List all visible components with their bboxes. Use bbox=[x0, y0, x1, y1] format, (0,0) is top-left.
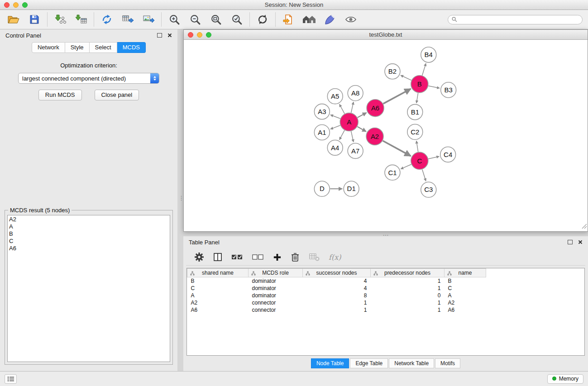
network-node[interactable]: B3 bbox=[441, 82, 456, 98]
close-panel-button[interactable]: Close panel bbox=[95, 90, 139, 100]
import-file-button[interactable] bbox=[281, 12, 296, 27]
network-node[interactable]: C2 bbox=[407, 124, 423, 140]
table-row[interactable]: Cdominator41C bbox=[187, 285, 486, 292]
table-cell[interactable]: 8 bbox=[303, 292, 371, 299]
tab-network[interactable]: Network bbox=[32, 42, 65, 53]
table-cell[interactable]: 1 bbox=[371, 285, 445, 292]
import-network-button[interactable] bbox=[53, 12, 67, 27]
network-node[interactable]: C3 bbox=[421, 182, 436, 197]
export-image-button[interactable] bbox=[141, 12, 156, 27]
network-node[interactable]: B1 bbox=[407, 105, 423, 120]
refresh-layout-button[interactable] bbox=[255, 12, 270, 27]
table-cell[interactable]: 4 bbox=[303, 277, 371, 285]
tab-motifs[interactable]: Motifs bbox=[435, 358, 460, 368]
criterion-dropdown[interactable]: largest connected component (directed) bbox=[18, 73, 159, 84]
table-row[interactable]: Bdominator41B bbox=[187, 277, 486, 285]
column-header[interactable]: successor nodes bbox=[303, 269, 371, 277]
close-table-panel-icon[interactable] bbox=[578, 240, 583, 244]
table-cell[interactable]: 1 bbox=[371, 299, 445, 306]
network-edge[interactable] bbox=[383, 141, 411, 156]
table-cell[interactable]: A bbox=[445, 292, 486, 299]
result-item[interactable]: A2 bbox=[9, 216, 168, 223]
mcds-result-list[interactable]: A2ABCA6 bbox=[7, 215, 170, 362]
table-cell[interactable]: C bbox=[445, 285, 486, 292]
network-node[interactable]: A7 bbox=[348, 143, 363, 158]
table-cell[interactable]: A6 bbox=[187, 306, 249, 314]
delete-table-button[interactable] bbox=[309, 253, 320, 262]
network-edge[interactable] bbox=[428, 86, 440, 88]
column-header[interactable]: predecessor nodes bbox=[371, 269, 445, 277]
network-node[interactable]: B4 bbox=[421, 47, 436, 62]
close-network-window-button[interactable] bbox=[188, 32, 193, 38]
tab-edge-table[interactable]: Edge Table bbox=[350, 358, 388, 368]
network-edge[interactable] bbox=[401, 75, 411, 80]
zoom-network-window-button[interactable] bbox=[206, 32, 211, 38]
table-cell[interactable]: A bbox=[187, 292, 249, 299]
table-cell[interactable]: 1 bbox=[303, 299, 371, 306]
create-column-button[interactable] bbox=[273, 253, 282, 262]
zoom-out-button[interactable] bbox=[188, 12, 202, 27]
minimize-window-button[interactable] bbox=[13, 2, 19, 8]
new-network-button[interactable] bbox=[100, 12, 114, 27]
network-node[interactable]: C1 bbox=[385, 165, 400, 180]
network-edge[interactable] bbox=[422, 169, 426, 181]
column-header[interactable]: name bbox=[445, 269, 486, 277]
table-cell[interactable]: dominator bbox=[249, 285, 303, 292]
network-edge[interactable] bbox=[401, 164, 411, 169]
zoom-selected-button[interactable] bbox=[229, 12, 244, 27]
network-canvas[interactable]: B4B2BB3A8A5A6A3B1AC2A1A2A4A7C4CC1DD1C3 bbox=[184, 40, 588, 231]
float-table-panel-icon[interactable] bbox=[568, 240, 573, 244]
network-node[interactable]: A6 bbox=[367, 100, 384, 117]
column-visibility-button[interactable] bbox=[213, 253, 222, 262]
table-cell[interactable]: A6 bbox=[445, 306, 486, 314]
tab-node-table[interactable]: Node Table bbox=[311, 358, 349, 368]
table-cell[interactable]: C bbox=[187, 285, 249, 292]
tab-select[interactable]: Select bbox=[90, 42, 117, 53]
table-cell[interactable]: 1 bbox=[303, 306, 371, 314]
deselect-all-button[interactable] bbox=[252, 253, 264, 261]
zoom-in-button[interactable] bbox=[167, 12, 182, 27]
network-edge[interactable] bbox=[351, 131, 354, 142]
save-session-button[interactable] bbox=[27, 12, 42, 27]
column-header[interactable]: MCDS role bbox=[249, 269, 303, 277]
table-cell[interactable]: 1 bbox=[371, 277, 445, 285]
graphics-details-button[interactable] bbox=[323, 12, 337, 27]
export-table-button[interactable] bbox=[120, 12, 135, 27]
network-node[interactable]: C bbox=[411, 152, 428, 169]
tab-mcds[interactable]: MCDS bbox=[117, 42, 146, 53]
result-item[interactable]: A bbox=[9, 223, 168, 230]
network-node[interactable]: A8 bbox=[348, 86, 363, 101]
network-edge[interactable] bbox=[416, 141, 418, 152]
resize-handle-icon[interactable] bbox=[582, 223, 587, 231]
function-builder-button[interactable]: f(x) bbox=[329, 253, 341, 262]
result-item[interactable]: C bbox=[9, 238, 168, 245]
network-node[interactable]: A4 bbox=[327, 140, 343, 155]
network-edge[interactable] bbox=[422, 63, 426, 76]
tab-style[interactable]: Style bbox=[65, 42, 90, 53]
import-table-button[interactable] bbox=[74, 12, 88, 27]
network-edge[interactable] bbox=[357, 127, 366, 132]
table-cell[interactable]: B bbox=[187, 277, 249, 285]
network-edge[interactable] bbox=[383, 89, 411, 104]
network-edge[interactable] bbox=[428, 157, 439, 159]
table-row[interactable]: A6connector11A6 bbox=[187, 306, 486, 314]
show-hide-details-button[interactable] bbox=[344, 12, 358, 27]
network-edge[interactable] bbox=[330, 125, 340, 129]
column-header[interactable]: shared name bbox=[187, 269, 249, 277]
network-edge[interactable] bbox=[358, 113, 367, 118]
network-edge[interactable] bbox=[351, 102, 354, 113]
zoom-window-button[interactable] bbox=[22, 2, 28, 8]
network-node[interactable]: A2 bbox=[366, 128, 383, 145]
table-cell[interactable]: 0 bbox=[371, 292, 445, 299]
network-edge[interactable] bbox=[416, 93, 418, 103]
table-cell[interactable]: A2 bbox=[445, 299, 486, 306]
network-edge[interactable] bbox=[330, 115, 340, 119]
network-node[interactable]: B bbox=[411, 76, 428, 93]
table-cell[interactable]: dominator bbox=[249, 277, 303, 285]
result-item[interactable]: A6 bbox=[9, 245, 168, 252]
delete-column-button[interactable] bbox=[291, 252, 300, 262]
table-row[interactable]: A2connector11A2 bbox=[187, 299, 486, 306]
network-node[interactable]: D1 bbox=[344, 181, 359, 196]
open-session-button[interactable] bbox=[6, 12, 21, 27]
table-cell[interactable]: 1 bbox=[371, 306, 445, 314]
